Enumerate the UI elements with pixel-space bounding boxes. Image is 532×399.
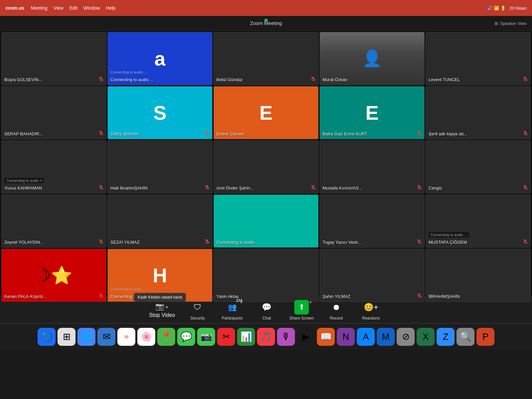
video-tile-21[interactable]: ☽⭐Kenan PALA-Köprül... [1,249,106,302]
tile-name-18: Connecting to audio ... [216,240,260,245]
video-tile-6[interactable]: SERAP BAHADIR... [1,86,106,139]
video-tile-23[interactable]: Yasin Aktaş [213,249,319,302]
connecting-status-20: Connecting to audio ··· [429,232,469,237]
chevron-up-share[interactable]: ▲ [309,300,312,304]
tile-name-10: Şerif adlı kişiye ait... [429,131,467,136]
mail2-icon[interactable]: M [377,328,395,346]
mute-icon-7 [205,131,209,136]
video-tile-18[interactable]: Connecting to audio ... [213,195,319,248]
menu-meeting[interactable]: Meeting [31,5,48,11]
tile-name-19: Tugay Yazıcı Vezir... [323,240,361,245]
video-tile-1[interactable]: Büşra GÜLSEVİN... [1,32,106,85]
numbers-icon[interactable]: 📊 [237,328,255,346]
calendar-icon[interactable]: 20 [117,328,135,346]
chrome-icon[interactable]: 🌐 [77,328,95,346]
menu-view[interactable]: View [54,5,64,11]
participants-btn[interactable]: 👥 174 ▲ Participants [220,300,244,321]
maps-icon[interactable]: 📍 [157,328,175,346]
video-tile-10[interactable]: Şerif adlı kişiye ait... [426,86,531,139]
video-tile-11[interactable]: Connecting to audio ×Yunus KAHRAMAN [1,140,106,194]
video-tile-25[interactable]: İBRAHİMŞAHİN [426,249,531,302]
podcasts-icon[interactable]: 🎙 [277,328,295,346]
video-tile-9[interactable]: EBafra Gazi Emre KURT [320,86,425,139]
tile-name-22: Connecting to aud... [110,294,149,299]
photos-icon[interactable]: 🌸 [137,328,155,346]
speaker-label: Speaker View [500,21,527,26]
mute-icon-21 [99,293,103,299]
menu-edit[interactable]: Edit [69,5,77,11]
video-tile-3[interactable]: Betül Gündüz [213,32,319,85]
music-icon[interactable]: 🎵 [257,328,275,346]
books-icon[interactable]: 📖 [317,328,335,346]
share-screen-btn[interactable]: ⬆ ▲ Share Screen [289,300,314,321]
zoom-icon[interactable]: Z [437,328,455,346]
record-label: Record [330,316,343,321]
video-tile-22[interactable]: HConnecting to aud...Kadir Keskin raised… [107,249,212,302]
finder2-icon[interactable]: 🔍 [457,328,474,346]
dnd-icon[interactable]: ⊘ [397,328,415,346]
facetime-icon[interactable]: 📷 [197,328,215,346]
mute-icon-12 [205,185,209,191]
mute-icon-13 [311,185,316,191]
finder-icon[interactable]: 🔵 [38,328,56,346]
mute-icon-20 [523,239,528,245]
mute-icon-1 [99,76,103,82]
security-icon: 🛡 [194,303,201,312]
share-screen-icon: ⬆ [297,302,307,313]
video-tile-19[interactable]: Tugay Yazıcı Vezir... [320,195,425,248]
ppt-icon[interactable]: P [476,328,494,346]
video-tile-16[interactable]: Zeynel YOLAYDIN... [1,195,106,248]
speaker-view-btn[interactable]: ⊞ Speaker View [494,21,527,26]
appstore-icon[interactable]: A [357,328,375,346]
tile-name-2: Connecting to audio ... [110,77,154,82]
clips-icon[interactable]: ✂ [217,328,235,346]
video-tile-7[interactable]: SSİBEL BAKAN [107,86,212,139]
video-tile-15[interactable]: Cengiz [426,140,531,194]
record-btn[interactable]: ⏺ Record [325,300,348,321]
mute-icon-3 [311,76,316,82]
video-tile-20[interactable]: Connecting to audio ···MUSTAFA ÇİĞDEM [426,195,531,248]
mail-icon[interactable]: ✉ [97,328,115,346]
chat-btn[interactable]: 💬 Chat [255,300,279,321]
menubar-icons: 🔊 📶 🔋 [487,6,505,11]
video-tile-13[interactable]: ümit Önder Şahin... [213,140,319,194]
security-btn[interactable]: 🛡 Security [186,300,209,321]
stop-video-btn[interactable]: 📷 ▲ Stop Video [149,302,175,318]
connecting-label-2: Connecting to audio ... [110,70,147,74]
mute-icon-24 [417,293,422,299]
tile-name-15: Cengiz [429,186,442,191]
onenote-icon[interactable]: N [337,328,355,346]
video-tile-5[interactable]: Levent TUNCEL [426,32,531,85]
mute-icon-10 [523,131,528,136]
messages-icon[interactable]: 💬 [177,328,195,346]
excel-icon[interactable]: X [417,328,435,346]
tile-name-13: ümit Önder Şahin... [216,186,254,191]
app-name[interactable]: zoom.us [5,5,24,11]
mute-icon-9 [417,131,422,136]
video-tile-14[interactable]: Mustafa Kırımlı/AS... [320,140,425,194]
tile-name-3: Betül Gündüz [216,77,243,82]
mute-icon-6 [99,131,103,136]
green-dot [264,19,268,22]
tile-name-14: Mustafa Kırımlı/AS... [323,186,362,191]
video-tile-17[interactable]: SEZAİ YILMAZ [107,195,212,248]
video-tile-24[interactable]: Şahin YILMAZ [320,249,425,302]
record-icon: ⏺ [332,303,340,312]
reactions-btn[interactable]: 😊+ Reactions [359,300,383,321]
tile-name-16: Zeynel YOLAYDIN... [4,240,44,245]
speaker-icon: ⊞ [494,21,498,26]
video-tile-4[interactable]: 👤Murat Özkan [320,32,425,85]
video-tile-12[interactable]: Halil İbrahimŞAHİN [107,140,212,194]
tile-name-23: Yasin Aktaş [216,294,239,299]
video-tile-2[interactable]: aConnecting to audio ...Connecting to au… [107,32,212,85]
appletv-icon[interactable]: ▶ [297,328,315,346]
video-tile-8[interactable]: EEmine Cömert [213,86,319,139]
tile-name-25: İBRAHİMŞAHİN [429,294,460,299]
mute-icon-8 [311,131,316,136]
launchpad-icon[interactable]: ⊞ [58,328,75,346]
menu-help[interactable]: Help [106,5,116,11]
chevron-up-icon[interactable]: ▲ [165,304,169,309]
chevron-up-participants[interactable]: ▲ [239,300,243,304]
menu-window[interactable]: Window [83,5,100,11]
title-bar: Zoom Meeting ⊞ Speaker View [0,16,532,31]
